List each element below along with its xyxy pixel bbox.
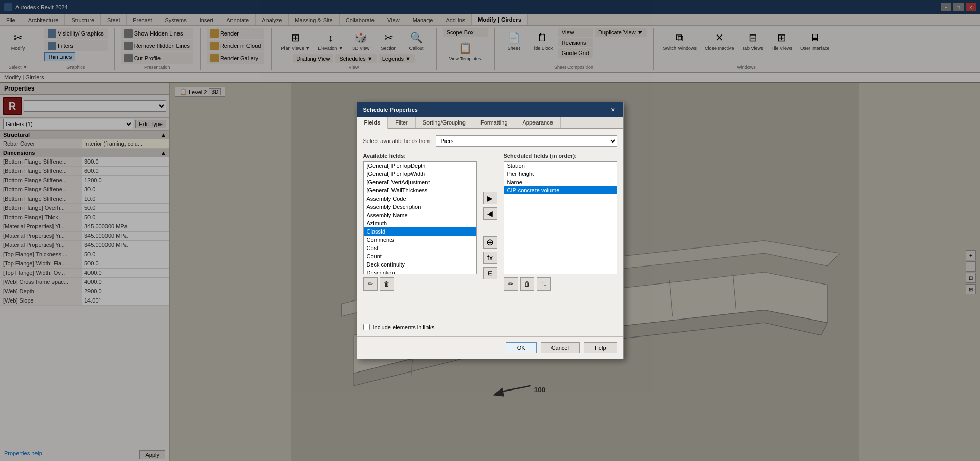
modal-footer: OK Cancel Help	[357, 336, 623, 359]
scheduled-move-up-btn[interactable]: ↑↓	[537, 277, 551, 291]
include-links-row: Include elements in links	[363, 324, 617, 330]
scheduled-edit-btn[interactable]: ✏	[504, 277, 518, 291]
modal-tabs: Fields Filter Sorting/Grouping Formattin…	[357, 117, 623, 129]
include-links-checkbox[interactable]	[363, 324, 370, 330]
add-param-btn[interactable]: ⊕	[483, 236, 497, 249]
list-item[interactable]: [General] PierTopDepth	[364, 162, 476, 170]
list-item[interactable]: [General] VertAdjustment	[364, 178, 476, 186]
modal-body: Select available fields from: Piers Avai…	[357, 129, 623, 336]
scheduled-fields-column: Scheduled fields (in order): Station Pie…	[504, 153, 617, 318]
schedule-properties-modal: Schedule Properties × Fields Filter Sort…	[357, 102, 624, 359]
tab-sorting-grouping[interactable]: Sorting/Grouping	[416, 117, 473, 128]
scheduled-delete-btn[interactable]: 🗑	[520, 277, 534, 291]
list-item[interactable]: Assembly Name	[364, 211, 476, 219]
list-item-cip-concrete[interactable]: CIP concrete volume	[504, 186, 617, 194]
available-edit-btn[interactable]: ✏	[363, 277, 378, 291]
list-item[interactable]: Comments	[364, 236, 476, 244]
list-item[interactable]: Deck continuity	[364, 260, 476, 269]
list-item[interactable]: Assembly Code	[364, 194, 476, 203]
list-item[interactable]: Assembly Description	[364, 203, 476, 211]
modal-title-bar: Schedule Properties ×	[357, 102, 623, 117]
field-source-label: Select available fields from:	[363, 138, 432, 144]
list-item[interactable]: Count	[364, 252, 476, 260]
remove-field-btn[interactable]: ◀	[483, 207, 497, 220]
tab-filter[interactable]: Filter	[388, 117, 415, 128]
modal-close-btn[interactable]: ×	[609, 105, 617, 114]
include-links-label[interactable]: Include elements in links	[373, 324, 435, 330]
add-field-btn[interactable]: ▶	[483, 192, 497, 204]
modal-overlay: Schedule Properties × Fields Filter Sort…	[0, 0, 980, 461]
fields-columns: Available fields: [General] PierTopDepth…	[363, 153, 617, 318]
list-item[interactable]: [General] PierTopWidth	[364, 170, 476, 178]
calculated-value-btn[interactable]: fx	[483, 252, 497, 264]
list-item-classid[interactable]: ClassId	[364, 227, 476, 236]
field-source-select[interactable]: Piers	[436, 135, 617, 147]
tab-appearance[interactable]: Appearance	[515, 117, 561, 128]
list-item-name[interactable]: Name	[504, 178, 617, 186]
help-btn[interactable]: Help	[584, 342, 617, 353]
scheduled-fields-list[interactable]: Station Pier height Name CIP concrete vo…	[504, 161, 617, 274]
combine-params-btn[interactable]: ⊟	[483, 267, 497, 279]
list-item[interactable]: Cost	[364, 244, 476, 252]
tab-formatting[interactable]: Formatting	[473, 117, 515, 128]
field-source-row: Select available fields from: Piers	[363, 135, 617, 147]
available-fields-column: Available fields: [General] PierTopDepth…	[363, 153, 477, 318]
available-delete-btn[interactable]: 🗑	[380, 277, 394, 291]
list-item[interactable]: Azimuth	[364, 219, 476, 227]
list-item[interactable]: [General] WallThickness	[364, 186, 476, 194]
scheduled-fields-tools: ✏ 🗑 ↑↓	[504, 277, 617, 291]
available-fields-tools: ✏ 🗑	[363, 277, 477, 291]
ok-btn[interactable]: OK	[506, 342, 537, 353]
modal-title: Schedule Properties	[363, 107, 418, 113]
cancel-btn[interactable]: Cancel	[541, 342, 580, 353]
tab-fields[interactable]: Fields	[357, 117, 388, 129]
list-item[interactable]: Description	[364, 269, 476, 274]
available-fields-list[interactable]: [General] PierTopDepth [General] PierTop…	[363, 161, 477, 274]
scheduled-fields-label: Scheduled fields (in order):	[504, 153, 617, 159]
available-fields-label: Available fields:	[363, 153, 477, 159]
list-item-pier-height[interactable]: Pier height	[504, 170, 617, 178]
fields-arrows: ▶ ◀ ⊕ fx ⊟	[481, 153, 500, 318]
list-item-station[interactable]: Station	[504, 162, 617, 170]
